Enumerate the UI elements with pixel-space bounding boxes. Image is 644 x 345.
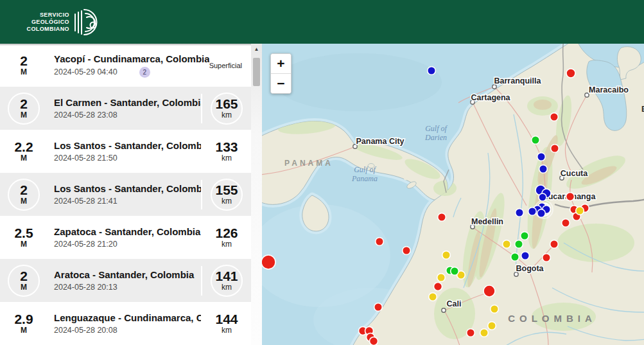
earthquake-marker[interactable] bbox=[491, 305, 499, 314]
earthquake-marker[interactable] bbox=[539, 165, 548, 173]
earthquake-marker[interactable] bbox=[451, 267, 459, 276]
magnitude-value: 2.5 bbox=[14, 226, 33, 240]
earthquake-marker[interactable] bbox=[543, 254, 551, 262]
event-location: Zapatoca - Santander, Colombia bbox=[54, 226, 201, 237]
basemap-canvas: PANAMACOLOMBIAGulf ofDarienGulf ofPanama… bbox=[262, 44, 644, 345]
depth-unit: km bbox=[222, 111, 232, 119]
earthquake-marker[interactable] bbox=[370, 337, 378, 345]
city-marker bbox=[442, 308, 446, 312]
earthquake-marker[interactable] bbox=[539, 193, 546, 201]
earthquake-marker[interactable] bbox=[532, 136, 540, 145]
earthquake-marker[interactable] bbox=[528, 208, 537, 216]
event-info: Los Santos - Santander, Colombia 2024-05… bbox=[48, 140, 201, 163]
event-info: El Carmen - Santander, Colombia 2024-05-… bbox=[48, 97, 201, 119]
event-datetime: 2024-05-28 20:13 bbox=[54, 283, 117, 292]
zoom-out-button[interactable]: − bbox=[271, 74, 291, 93]
sgc-logo: SERVICIO GEOLÓGICO COLOMBIANO bbox=[19, 5, 107, 39]
city-label: Medellin bbox=[471, 217, 503, 226]
event-info: Los Santos - Santander, Colombia 2024-05… bbox=[48, 183, 201, 206]
event-location: Los Santos - Santander, Colombia bbox=[54, 183, 201, 194]
cluster-count-badge[interactable]: 2 bbox=[139, 67, 150, 78]
city-label: Bogota bbox=[516, 264, 544, 273]
event-location: Los Santos - Santander, Colombia bbox=[54, 140, 201, 151]
earthquake-marker[interactable] bbox=[437, 274, 446, 282]
earthquake-marker[interactable] bbox=[550, 240, 559, 249]
depth-value: 126 bbox=[215, 226, 238, 240]
water-label: Gulf of bbox=[354, 165, 376, 174]
earthquake-marker[interactable] bbox=[521, 252, 530, 260]
earthquake-marker[interactable] bbox=[403, 247, 411, 255]
depth-value: 155 bbox=[215, 183, 238, 197]
magnitude-unit: M bbox=[21, 240, 27, 249]
event-datetime: 2024-05-28 20:08 bbox=[54, 326, 117, 335]
earthquake-marker[interactable] bbox=[515, 240, 523, 249]
earthquake-marker[interactable] bbox=[566, 193, 575, 201]
earthquake-list-item[interactable]: 2 MEl Carmen - Santander, Colombia 2024-… bbox=[0, 87, 251, 130]
depth-block: 126 km bbox=[202, 226, 251, 249]
depth-block: 165 km bbox=[202, 97, 251, 119]
earthquake-list-item[interactable]: 2.2 MLos Santos - Santander, Colombia 20… bbox=[0, 130, 251, 173]
earthquake-list-item[interactable]: 2 MAratoca - Santander, Colombia 2024-05… bbox=[0, 259, 251, 302]
depth-label: Superficial bbox=[209, 62, 251, 69]
event-location: Lenguazaque - Cundinamarca, Colo... bbox=[54, 312, 201, 323]
earthquake-marker[interactable] bbox=[438, 213, 446, 222]
earthquake-marker[interactable] bbox=[429, 293, 437, 301]
earthquake-list-item[interactable]: 2.9 MLenguazaque - Cundinamarca, Colo...… bbox=[0, 302, 251, 345]
list-scrollbar[interactable]: ▲ bbox=[251, 44, 262, 345]
earthquake-marker[interactable] bbox=[566, 69, 575, 78]
depth-value: 165 bbox=[215, 97, 238, 111]
city-label: Cali bbox=[447, 299, 462, 308]
depth-unit: km bbox=[222, 326, 232, 335]
event-location: Yacopí - Cundinamarca, Colombia bbox=[54, 53, 209, 64]
earthquake-marker[interactable] bbox=[374, 303, 383, 312]
depth-value: 141 bbox=[215, 269, 238, 283]
brand-line: SERVICIO bbox=[19, 12, 69, 19]
earthquake-list-item[interactable]: 2 MYacopí - Cundinamarca, Colombia 2024-… bbox=[0, 44, 251, 87]
earthquake-marker[interactable] bbox=[480, 329, 489, 337]
earthquake-marker[interactable] bbox=[551, 145, 559, 153]
event-datetime: 2024-05-28 21:41 bbox=[54, 197, 117, 206]
depth-block: 141 km bbox=[202, 269, 251, 292]
magnitude-block: 2.9 M bbox=[0, 312, 48, 335]
scrollbar-thumb[interactable] bbox=[253, 58, 260, 86]
earthquake-marker[interactable] bbox=[511, 253, 519, 261]
earthquake-marker[interactable] bbox=[550, 113, 559, 121]
earthquake-marker[interactable] bbox=[516, 209, 524, 217]
earthquake-marker[interactable] bbox=[434, 283, 442, 291]
scrollbar-up-arrow-icon[interactable]: ▲ bbox=[251, 44, 262, 54]
earthquake-marker[interactable] bbox=[503, 240, 511, 249]
event-datetime: 2024-05-28 21:20 bbox=[54, 240, 117, 249]
earthquake-marker[interactable] bbox=[262, 255, 275, 269]
partial-city-label: B bbox=[641, 105, 644, 114]
magnitude-block: 2.2 M bbox=[0, 140, 48, 163]
earthquake-marker[interactable] bbox=[467, 329, 475, 337]
earthquake-marker[interactable] bbox=[488, 322, 496, 330]
event-datetime: 2024-05-28 23:08 bbox=[54, 111, 117, 119]
earthquake-marker[interactable] bbox=[537, 209, 546, 218]
magnitude-block: 2 M bbox=[0, 183, 48, 206]
magnitude-unit: M bbox=[21, 326, 27, 335]
earthquake-marker[interactable] bbox=[483, 285, 495, 297]
magnitude-value: 2 bbox=[20, 97, 28, 111]
magnitude-value: 2 bbox=[20, 54, 28, 68]
earthquake-map[interactable]: PANAMACOLOMBIAGulf ofDarienGulf ofPanama… bbox=[262, 44, 644, 345]
event-info: Aratoca - Santander, Colombia 2024-05-28… bbox=[48, 269, 201, 292]
earthquake-marker[interactable] bbox=[521, 232, 529, 240]
sgc-spiral-icon bbox=[73, 5, 107, 39]
event-location: Aratoca - Santander, Colombia bbox=[54, 269, 201, 280]
zoom-in-button[interactable]: + bbox=[271, 54, 291, 74]
depth-unit: km bbox=[222, 197, 232, 206]
magnitude-value: 2 bbox=[20, 183, 28, 197]
earthquake-marker[interactable] bbox=[537, 153, 546, 161]
earthquake-marker[interactable] bbox=[376, 238, 384, 246]
earthquake-marker[interactable] bbox=[562, 219, 570, 227]
earthquake-marker[interactable] bbox=[428, 67, 436, 75]
event-datetime: 2024-05-29 04:40 bbox=[54, 67, 117, 76]
earthquake-list-item[interactable]: 2 MLos Santos - Santander, Colombia 2024… bbox=[0, 173, 251, 216]
earthquake-marker[interactable] bbox=[576, 207, 584, 215]
earthquake-list-item[interactable]: 2.5 MZapatoca - Santander, Colombia 2024… bbox=[0, 216, 251, 259]
depth-block: 133 km bbox=[202, 140, 251, 163]
map-zoom-control: + − bbox=[270, 53, 292, 94]
terrain-green bbox=[557, 224, 634, 262]
earthquake-marker[interactable] bbox=[442, 251, 451, 260]
